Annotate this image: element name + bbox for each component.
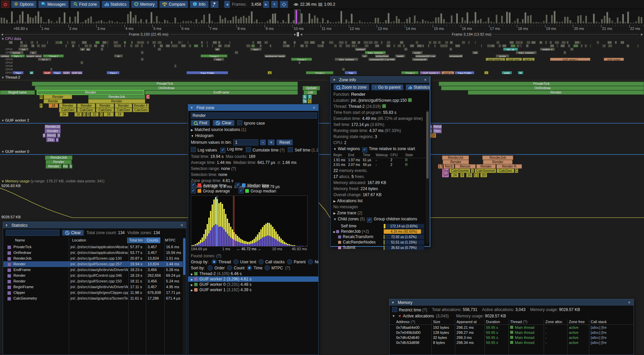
timeline-zone[interactable]: 17 <box>438 164 443 169</box>
cpu-zone[interactable] <box>581 44 583 47</box>
frame-bar[interactable] <box>285 22 287 24</box>
cpu-zone[interactable] <box>118 44 121 47</box>
memory-usage-graph[interactable] <box>0 186 644 222</box>
frame-bar[interactable] <box>475 12 476 24</box>
cpu-zone[interactable] <box>71 41 75 44</box>
cpu-zone[interactable] <box>158 48 161 51</box>
cpu-zone[interactable] <box>286 44 290 47</box>
cpu-zone[interactable] <box>400 41 404 44</box>
frame-bar[interactable] <box>390 22 392 24</box>
cpu-zone[interactable] <box>575 41 579 44</box>
timeline-zone[interactable]: R <box>40 95 43 99</box>
collapse-icon[interactable]: ▼ <box>333 78 336 82</box>
frame-bar[interactable] <box>583 21 584 24</box>
child-zone-row[interactable]: CalcRenderNodes51.51 us (1.15%) <box>331 239 430 245</box>
column-header-mtpc[interactable]: MTPC <box>163 237 177 243</box>
cpu-zone[interactable] <box>20 41 23 44</box>
frame-bar[interactable] <box>90 16 92 24</box>
timeline-zone[interactable]: C <box>83 112 86 117</box>
cpu-zone[interactable] <box>218 41 220 44</box>
frame-bar[interactable] <box>380 22 381 24</box>
frame-bar[interactable] <box>66 23 68 24</box>
frame-bar[interactable] <box>267 21 268 24</box>
timeline-zone[interactable]: F <box>40 103 43 108</box>
cpu-zone[interactable]: A <box>268 71 272 74</box>
sort-by-option-order[interactable]: Order <box>208 265 225 270</box>
cpu-zone[interactable] <box>393 44 395 47</box>
radio-icon[interactable] <box>265 265 270 270</box>
frame-bar[interactable] <box>448 23 450 24</box>
frame-bar[interactable] <box>575 23 576 24</box>
child-zone-row[interactable]: RecalcTransform72.92 us (1.62%) <box>331 234 430 239</box>
child-zone-row[interactable]: Self time172.14 us (3.83%) <box>331 223 430 229</box>
frame-bar[interactable] <box>572 23 574 24</box>
cpu-zone[interactable] <box>283 41 287 44</box>
cpu-zone[interactable] <box>212 44 213 47</box>
frame-bar[interactable] <box>111 21 113 24</box>
cpu-zone[interactable]: kwor <box>250 48 262 51</box>
cpu-zone[interactable] <box>304 41 309 44</box>
expand-icon[interactable]: ▶ <box>191 283 194 286</box>
frame-bar[interactable] <box>364 22 366 24</box>
cpu-zone[interactable] <box>252 41 254 44</box>
cpu-zone[interactable] <box>228 44 230 47</box>
found-zone-group[interactable]: ▶ GUIF worker 0 (3,231) 4.48 s <box>188 282 318 287</box>
cpu-zone[interactable] <box>270 44 271 47</box>
frame-bar[interactable] <box>172 23 173 24</box>
timeline-zone[interactable]: PrivateTick <box>439 82 644 86</box>
frame-bar[interactable] <box>101 20 102 24</box>
collapse-icon[interactable]: ▼ <box>5 224 8 227</box>
frame-bar[interactable] <box>580 15 582 24</box>
cpu-zone[interactable]: cfr <box>215 48 220 51</box>
cpu-zone[interactable] <box>585 44 587 47</box>
column-header-name[interactable]: Name <box>13 237 27 243</box>
collapse-icon[interactable]: ▼ <box>391 301 394 304</box>
restrict-time-checkbox[interactable] <box>392 307 397 312</box>
timeline-zone[interactable]: C <box>100 112 103 117</box>
frame-bar[interactable] <box>196 19 197 24</box>
timeline-zone[interactable]: T <box>308 95 312 99</box>
frame-bar[interactable] <box>217 22 218 24</box>
frame-bar[interactable] <box>135 15 137 24</box>
cpu-zone[interactable] <box>607 41 612 44</box>
frame-bar[interactable] <box>577 16 579 24</box>
frame-bar[interactable] <box>274 13 276 24</box>
cpu-zone[interactable] <box>369 41 373 44</box>
frame-bar[interactable] <box>14 22 15 24</box>
cpu-zone[interactable]: Thread-2 <box>43 54 64 57</box>
frame-bar[interactable] <box>506 12 508 24</box>
frame-bar[interactable] <box>246 18 247 24</box>
cpu-zone[interactable]: GUIF worker 2 <box>420 71 441 74</box>
memory-usage-header[interactable]: ▼ Memory usage (y-range: 178.27 KB, visi… <box>1 179 104 183</box>
frame-bar[interactable] <box>290 22 292 24</box>
cpu-zone[interactable] <box>339 41 344 44</box>
frame-label-segment[interactable]: ◀Frame 3,193 (22.45 ms)▶ <box>0 32 297 37</box>
clear-filter-button[interactable]: Clear <box>62 230 84 236</box>
cpu-zone[interactable] <box>434 44 436 47</box>
cpu-zone[interactable] <box>527 41 530 44</box>
frame-bar[interactable] <box>625 22 626 24</box>
frame-bar[interactable] <box>490 21 492 24</box>
cpu-zone[interactable] <box>160 44 163 47</box>
self-time-checkbox[interactable] <box>288 147 293 152</box>
cpu-zone[interactable] <box>124 44 125 47</box>
collapse-icon[interactable]: ▼ <box>392 314 395 318</box>
cpu-zone[interactable]: surfac <box>412 51 423 54</box>
frame-bar[interactable] <box>351 14 353 24</box>
toolbar-button-options[interactable]: Options <box>11 1 37 8</box>
timeline-zone[interactable]: Render <box>476 164 496 169</box>
timeline-zone[interactable]: CalcGeomet <box>475 169 496 173</box>
frame-bar[interactable] <box>256 19 258 24</box>
timeline-zone[interactable]: 20 <box>480 173 487 177</box>
cpu-zone[interactable] <box>381 41 383 44</box>
thread-header-thread-2[interactable]: ▼ Thread-2 <box>1 75 20 79</box>
frame-bar[interactable] <box>564 17 566 24</box>
cpu-zone[interactable] <box>334 44 337 47</box>
frame-bar[interactable] <box>174 17 176 24</box>
group-by-option-thread[interactable]: Thread <box>212 259 231 264</box>
frame-bar[interactable] <box>261 22 263 24</box>
cpu-zone[interactable] <box>352 41 356 44</box>
radio-icon[interactable] <box>233 259 238 264</box>
cpu-zone[interactable] <box>251 44 255 47</box>
cpu-zone[interactable]: surfacef <box>355 48 366 51</box>
